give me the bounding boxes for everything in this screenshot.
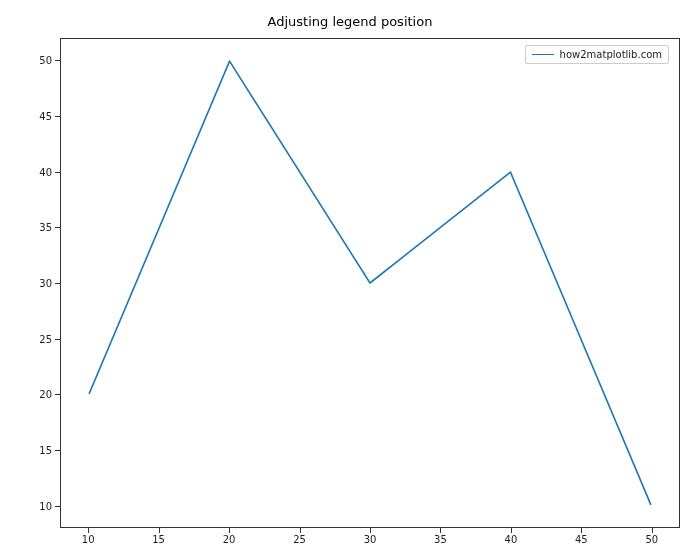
x-tick-mark [652,528,653,533]
legend: how2matplotlib.com [525,45,669,64]
x-tick-mark [229,528,230,533]
line-series-0 [89,61,651,505]
y-tick-label: 20 [12,389,52,400]
y-tick-label: 50 [12,55,52,66]
y-tick-label: 35 [12,222,52,233]
y-tick-label: 25 [12,333,52,344]
x-tick-mark [300,528,301,533]
y-tick-mark [55,450,60,451]
y-tick-mark [55,116,60,117]
x-tick-label: 40 [505,534,518,545]
axes: how2matplotlib.com [60,38,680,528]
x-tick-mark [370,528,371,533]
figure: Adjusting legend position how2matplotlib… [0,0,700,560]
x-tick-mark [159,528,160,533]
x-tick-mark [511,528,512,533]
y-tick-label: 15 [12,445,52,456]
y-tick-mark [55,60,60,61]
y-tick-mark [55,172,60,173]
plot-area [61,39,679,527]
y-tick-label: 10 [12,500,52,511]
x-tick-label: 10 [82,534,95,545]
y-tick-mark [55,339,60,340]
y-tick-label: 45 [12,110,52,121]
y-tick-mark [55,227,60,228]
x-tick-label: 20 [223,534,236,545]
x-tick-label: 50 [645,534,658,545]
y-tick-mark [55,394,60,395]
y-tick-mark [55,283,60,284]
legend-label: how2matplotlib.com [560,49,662,60]
y-tick-label: 40 [12,166,52,177]
x-tick-label: 45 [575,534,588,545]
y-tick-mark [55,506,60,507]
x-tick-label: 30 [364,534,377,545]
x-tick-label: 15 [152,534,165,545]
x-tick-label: 35 [434,534,447,545]
chart-title: Adjusting legend position [0,14,700,29]
x-tick-label: 25 [293,534,306,545]
x-tick-mark [581,528,582,533]
y-tick-label: 30 [12,278,52,289]
legend-line-icon [532,54,554,55]
x-tick-mark [88,528,89,533]
x-tick-mark [440,528,441,533]
